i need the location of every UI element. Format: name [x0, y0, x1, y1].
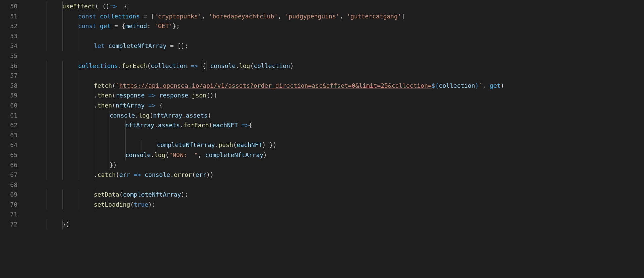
code-token: .	[182, 112, 186, 119]
indent-guide	[62, 100, 63, 111]
code-line[interactable]	[31, 71, 644, 81]
code-line[interactable]: completeNftArray.push(eachNFT) })	[31, 140, 644, 150]
code-token: assets	[186, 112, 208, 119]
code-token: let	[94, 42, 108, 49]
code-line[interactable]: })	[31, 219, 644, 229]
line-number: 62	[0, 120, 17, 130]
code-line[interactable]: useEffect( ()=> {	[31, 1, 644, 11]
code-token: =>	[148, 102, 156, 109]
indent-guide	[47, 100, 47, 111]
indent-guide	[47, 170, 47, 180]
code-token: })	[62, 221, 70, 228]
indent-guide	[47, 71, 47, 81]
line-number: 60	[0, 100, 17, 111]
indent-guide	[47, 120, 47, 130]
indent-guide	[47, 150, 47, 160]
indent-guide	[94, 140, 94, 150]
code-token: ())	[206, 92, 217, 99]
indent-guide	[94, 200, 94, 210]
indent-guide	[157, 140, 157, 150]
code-line[interactable]	[31, 31, 644, 41]
line-number: 63	[0, 130, 17, 140]
code-token: }	[475, 82, 479, 89]
code-token: eachNFT	[237, 141, 262, 148]
code-token: "NOW: "	[169, 151, 198, 158]
indent-guide	[141, 140, 141, 150]
code-token: response	[116, 92, 145, 99]
indent-guide	[47, 31, 47, 41]
code-token: =>	[191, 62, 198, 69]
line-number: 67	[0, 170, 17, 180]
code-area[interactable]: useEffect( ()=> {const collections = ['c…	[23, 0, 644, 278]
code-token: console	[145, 171, 170, 178]
indent-guide	[78, 31, 78, 41]
code-token: {	[202, 61, 207, 71]
code-line[interactable]: let completeNftArray = [];	[31, 41, 644, 51]
indent-guide	[62, 81, 63, 91]
code-token: )	[208, 112, 211, 119]
code-line[interactable]: setData(completeNftArray);	[31, 190, 644, 200]
code-token: (	[250, 62, 254, 69]
code-line[interactable]	[31, 180, 644, 190]
indent-guide	[110, 130, 110, 140]
code-token: collection	[439, 82, 475, 89]
code-line[interactable]: .then(nftArray => {	[31, 100, 644, 111]
indent-guide	[78, 11, 78, 21]
line-number: 50	[0, 1, 17, 11]
code-token: (	[112, 92, 116, 99]
code-line[interactable]: setLoading(true);	[31, 200, 644, 210]
indent-guide	[110, 140, 110, 150]
code-line[interactable]: collections.forEach(collection => { cons…	[31, 61, 644, 71]
code-line[interactable]: .then(response => response.json())	[31, 90, 644, 100]
code-line[interactable]	[31, 130, 644, 140]
indent-guide	[47, 200, 47, 210]
code-token: completeNftArray	[205, 151, 263, 158]
code-token	[238, 122, 242, 129]
code-token: =>	[110, 3, 117, 10]
code-token: const	[78, 22, 100, 29]
line-number: 56	[0, 61, 17, 71]
indent-guide	[62, 61, 63, 71]
indent-guide	[94, 120, 94, 130]
code-token	[187, 62, 191, 69]
code-editor[interactable]: 5051525354555657585960616263646566676869…	[0, 0, 644, 278]
code-token: assets	[158, 122, 180, 129]
code-token: setLoading	[94, 201, 130, 208]
line-number: 58	[0, 81, 17, 91]
code-token	[141, 171, 145, 178]
code-token: );	[181, 191, 188, 198]
code-line[interactable]: .catch(err => console.error(err))	[31, 170, 644, 180]
code-token: https://api.opensea.io/api/v1/assets?ord…	[119, 82, 432, 89]
indent-guide	[47, 41, 47, 51]
code-line[interactable]: fetch(`https://api.opensea.io/api/v1/ass…	[31, 81, 644, 91]
indent-guide	[94, 170, 94, 180]
code-line[interactable]: nftArray.assets.forEach(eachNFT =>{	[31, 120, 644, 130]
indent-guide	[78, 200, 78, 210]
code-line[interactable]: console.log(nftArray.assets)	[31, 111, 644, 121]
indent-guide	[62, 21, 63, 31]
indent-guide	[62, 150, 63, 160]
code-line[interactable]: const get = {method: 'GET'};	[31, 21, 644, 31]
code-line[interactable]: console.log("NOW: ", completeNftArray)	[31, 150, 644, 160]
code-token: push	[218, 141, 233, 148]
line-number: 68	[0, 180, 17, 190]
code-token: 'pudgypenguins'	[285, 13, 340, 20]
code-token: nftArray	[153, 112, 182, 119]
code-token: ))	[206, 171, 214, 178]
indent-guide	[94, 160, 94, 170]
code-token: .	[94, 92, 98, 99]
code-token: completeNftArray	[123, 191, 181, 198]
code-token: ,	[198, 151, 205, 158]
indent-guide	[125, 120, 126, 130]
code-token: console	[210, 62, 236, 69]
code-token	[155, 92, 159, 99]
code-line[interactable]: })	[31, 160, 644, 170]
indent-guide	[78, 71, 78, 81]
indent-guide	[62, 130, 63, 140]
code-token: (	[147, 62, 151, 69]
code-token: collection	[254, 62, 290, 69]
code-line[interactable]: const collections = ['cryptopunks', 'bor…	[31, 11, 644, 21]
code-line[interactable]	[31, 51, 644, 61]
code-line[interactable]	[31, 209, 644, 219]
indent-guide	[62, 160, 63, 170]
